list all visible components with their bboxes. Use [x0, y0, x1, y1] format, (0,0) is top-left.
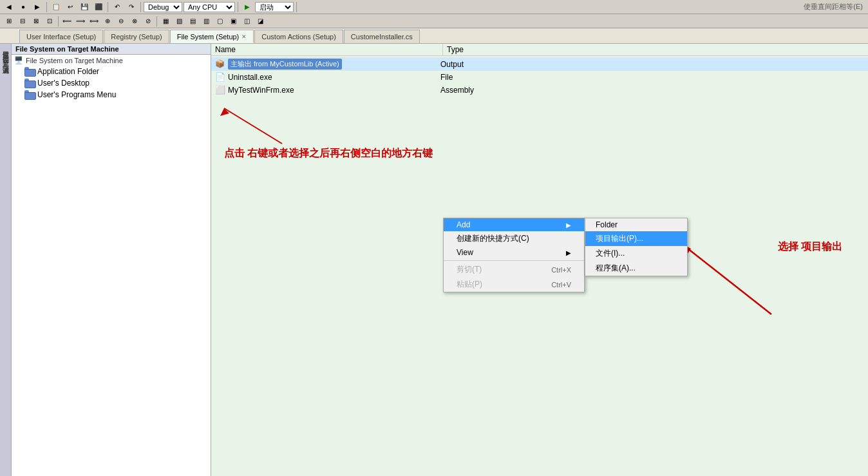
svg-marker-1: [220, 108, 229, 116]
main-container: 属性窗口 错误列表 工具箱 遥测调试 File System on Target…: [0, 44, 868, 476]
sidebar-item-toolbox[interactable]: 工具箱: [0, 54, 12, 59]
view-submenu-arrow: ▶: [566, 249, 571, 256]
output-icon: 📦: [215, 59, 225, 70]
col-type-header: Type: [443, 44, 467, 55]
add-submenu-arrow: ▶: [566, 222, 571, 229]
tree-item-user-desktop[interactable]: User's Desktop: [12, 77, 211, 89]
tab-custom-actions[interactable]: Custom Actions (Setup): [254, 30, 343, 43]
t2-btn17[interactable]: ▣: [227, 15, 240, 27]
context-menu-cut[interactable]: 剪切(T) Ctrl+X: [444, 262, 584, 277]
toolbar-btn-3[interactable]: ▶: [31, 1, 44, 13]
submenu: Folder 项目输出(P)... 文件(I)... 程序集(A)...: [585, 218, 688, 276]
tab-filesystem-close[interactable]: ✕: [241, 33, 247, 40]
panel-header: File System on Target Machine: [12, 44, 211, 55]
submenu-file[interactable]: 文件(I)...: [585, 246, 687, 261]
tab-ui-setup-label: User Interface (Setup): [26, 33, 96, 41]
output-row-type: Output: [440, 60, 464, 69]
t2-btn18[interactable]: ◫: [240, 15, 253, 27]
context-menu-add[interactable]: Add ▶: [444, 218, 584, 231]
debug-combo[interactable]: Debug: [144, 2, 182, 12]
tab-custom-actions-label: Custom Actions (Setup): [261, 33, 336, 41]
create-shortcut-label: 创建新的快捷方式(C): [457, 233, 529, 244]
t2-btn3[interactable]: ⊠: [30, 15, 42, 27]
root-icon: 🖥️: [14, 56, 23, 64]
toolbar-btn-2[interactable]: ●: [17, 1, 30, 13]
sep7: [156, 16, 157, 26]
output-label: 主输出 from MyCustomLib (Active): [228, 59, 342, 70]
cpu-combo[interactable]: Any CPU: [184, 2, 235, 12]
submenu-folder[interactable]: Folder: [585, 218, 687, 231]
row-primary-output[interactable]: 📦 主输出 from MyCustomLib (Active) Output: [211, 57, 868, 71]
t2-btn1[interactable]: ⊞: [3, 15, 15, 27]
t2-btn5[interactable]: ⟸: [61, 15, 73, 27]
sidebar-left: 属性窗口 错误列表 工具箱 遥测调试: [0, 44, 12, 476]
sep3: [140, 2, 141, 12]
run-combo[interactable]: 启动: [255, 2, 294, 12]
t2-btn2[interactable]: ⊟: [16, 15, 29, 27]
uninstall-row-type: File: [440, 73, 453, 82]
submenu-project-output[interactable]: 项目输出(P)...: [585, 231, 687, 246]
t2-btn11[interactable]: ⊘: [142, 15, 155, 27]
tab-registry-setup[interactable]: Registry (Setup): [104, 30, 169, 43]
cut-shortcut: Ctrl+X: [551, 266, 571, 274]
sidebar-item-attributes[interactable]: 属性窗口: [0, 44, 12, 49]
toolbar-btn-5[interactable]: ↩: [64, 1, 77, 13]
tab-filesystem-setup-label: File System (Setup): [177, 33, 240, 41]
submenu-assembly[interactable]: 程序集(A)...: [585, 261, 687, 276]
app-folder-icon: [24, 67, 35, 76]
t2-btn6[interactable]: ⟹: [74, 15, 87, 27]
tab-bar: User Interface (Setup) Registry (Setup) …: [0, 28, 868, 44]
t2-btn15[interactable]: ▥: [200, 15, 212, 27]
file-tree-panel: File System on Target Machine 🖥️ File Sy…: [12, 44, 211, 476]
programs-menu-icon: [24, 90, 35, 99]
redo-btn[interactable]: ↷: [125, 1, 138, 13]
sidebar-item-telemetry[interactable]: 遥测调试: [0, 59, 12, 64]
right-annotation-text: 选择 项目输出: [778, 240, 842, 254]
context-menu-paste[interactable]: 粘贴(P) Ctrl+V: [444, 277, 584, 292]
tree-item-programs-menu[interactable]: User's Programs Menu: [12, 89, 211, 100]
row-uninstall[interactable]: 📄 Uninstall.exe File: [211, 71, 868, 84]
tab-custom-installer[interactable]: CustomeInstaller.cs: [344, 30, 420, 43]
sep4: [238, 2, 238, 12]
tree-item-app-folder[interactable]: Application Folder: [12, 66, 211, 77]
add-label: Add: [457, 220, 470, 229]
tab-ui-setup[interactable]: User Interface (Setup): [19, 30, 103, 43]
t2-btn7[interactable]: ⟺: [88, 15, 100, 27]
toolbar-btn-7[interactable]: ⬛: [92, 1, 105, 13]
instruction-text-1: 点击 右键或者选择之后再右侧空白的地方右键: [224, 147, 433, 160]
tab-filesystem-setup[interactable]: File System (Setup) ✕: [170, 30, 254, 43]
t2-btn9[interactable]: ⊖: [115, 15, 127, 27]
t2-btn19[interactable]: ◪: [254, 15, 267, 27]
svg-line-2: [681, 243, 771, 314]
col-name-header: Name: [211, 44, 443, 55]
uninstall-row-name: Uninstall.exe: [228, 73, 440, 82]
sep6: [58, 16, 59, 26]
toolbar-btn-6[interactable]: 💾: [78, 1, 91, 13]
t2-btn13[interactable]: ▧: [173, 15, 185, 27]
sep1: [46, 2, 47, 12]
assembly-icon: ⬜: [215, 85, 225, 95]
toolbar-btn-1[interactable]: ◀: [3, 1, 15, 13]
context-menu-view[interactable]: View ▶: [444, 246, 584, 259]
file-icon: 📄: [215, 72, 225, 82]
programs-menu-label: User's Programs Menu: [37, 90, 116, 99]
row-mytest[interactable]: ⬜ MyTestWinFrm.exe Assembly: [211, 84, 868, 97]
undo-btn[interactable]: ↶: [111, 1, 124, 13]
toolbar-btn-4[interactable]: 📋: [50, 1, 62, 13]
secondary-toolbar: ⊞ ⊟ ⊠ ⊡ ⟸ ⟹ ⟺ ⊕ ⊖ ⊗ ⊘ ▦ ▧ ▤ ▥ ▢ ▣ ◫ ◪: [0, 14, 868, 28]
t2-btn16[interactable]: ▢: [213, 15, 226, 27]
context-menu-create-shortcut[interactable]: 创建新的快捷方式(C): [444, 231, 584, 246]
t2-btn14[interactable]: ▤: [186, 15, 199, 27]
cut-label: 剪切(T): [457, 264, 482, 275]
user-desktop-icon: [24, 79, 35, 88]
tree-item-root[interactable]: 🖥️ File System on Target Machine: [12, 55, 211, 66]
t2-btn10[interactable]: ⊗: [128, 15, 141, 27]
t2-btn8[interactable]: ⊕: [101, 15, 114, 27]
t2-btn12[interactable]: ▦: [159, 15, 172, 27]
app-folder-label: Application Folder: [37, 67, 99, 76]
t2-btn4[interactable]: ⊡: [43, 15, 56, 27]
root-label: File System on Target Machine: [26, 57, 123, 64]
run-btn[interactable]: ▶: [241, 1, 254, 13]
mytest-row-type: Assembly: [440, 86, 474, 95]
sidebar-item-errors[interactable]: 错误列表: [0, 49, 12, 54]
